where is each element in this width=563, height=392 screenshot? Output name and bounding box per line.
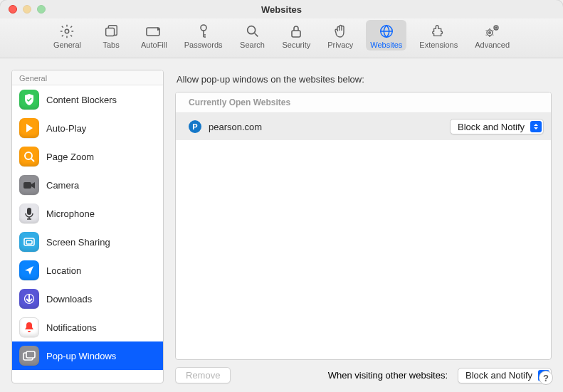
svg-rect-13 [27,208,31,215]
sidebar-item-label: Page Zoom [46,152,94,162]
sidebar-item-screen-sharing[interactable]: Screen Sharing [12,228,163,256]
site-favicon: P [189,120,201,133]
sidebar-item-label: Downloads [46,294,92,304]
sidebar-item-label: Auto-Play [46,123,86,134]
bottom-bar: Remove When visiting other websites: Blo… [175,360,552,383]
titlebar: Websites [0,0,563,18]
puzzle-icon [431,23,446,40]
toolbar-label: Tabs [102,41,119,49]
search-icon [245,23,261,40]
svg-point-4 [247,26,255,34]
bell-icon [19,317,39,337]
toolbar-label: General [53,41,81,49]
svg-point-0 [65,29,70,33]
toolbar-label: AutoFill [141,41,167,49]
sidebar-item-page-zoom[interactable]: Page Zoom [12,142,163,171]
site-domain: pearson.com [209,122,443,132]
svg-point-3 [201,25,206,31]
help-button[interactable]: ? [539,371,553,385]
select-value: Block and Notify [458,122,525,132]
globe-icon [379,23,394,40]
sidebar-item-label: Content Blockers [46,95,117,105]
sidebar-item-label: Location [46,265,81,276]
toolbar-security[interactable]: Security [278,20,315,51]
sidebar-item-label: Notifications [46,322,97,333]
toolbar-general[interactable]: General [49,20,85,51]
sidebar-item-auto-play[interactable]: Auto-Play [12,114,163,142]
sidebar-item-microphone[interactable]: Microphone [12,199,163,228]
website-row[interactable]: P pearson.com Block and Notify [176,113,551,140]
toolbar-autofill[interactable]: AutoFill [137,20,172,51]
shield-check-icon [19,90,39,110]
svg-rect-12 [23,182,31,189]
preferences-window: Websites General Tabs AutoFill Passwords [0,0,563,392]
popup-icon [19,346,39,366]
toolbar-label: Passwords [184,41,223,49]
svg-point-9 [494,26,498,30]
websites-list: Currently Open Websites P pearson.com Bl… [175,92,552,360]
download-icon [19,289,39,309]
svg-rect-15 [26,240,32,244]
lock-icon [289,23,303,40]
list-section-header: Currently Open Websites [176,92,551,113]
toolbar-label: Extensions [419,41,458,49]
toolbar-privacy[interactable]: Privacy [323,20,357,51]
toolbar: General Tabs AutoFill Passwords Search [0,18,563,58]
mic-icon [19,203,39,223]
location-icon [19,260,39,280]
svg-point-8 [488,32,490,34]
tabs-icon [103,23,119,40]
sidebar-item-camera[interactable]: Camera [12,171,163,199]
sidebar-item-label: Microphone [46,208,95,219]
svg-point-7 [487,30,493,36]
toolbar-advanced[interactable]: Advanced [470,20,514,51]
sidebar-item-downloads[interactable]: Downloads [12,285,163,313]
toolbar-label: Advanced [475,41,510,49]
camera-icon [19,175,39,195]
chevron-updown-icon [530,121,542,132]
gear-icon [59,23,75,40]
toolbar-passwords[interactable]: Passwords [180,20,227,51]
sidebar-item-label: Screen Sharing [46,237,110,248]
window-title: Websites [0,4,563,15]
sidebar-item-location[interactable]: Location [12,256,163,285]
svg-rect-5 [292,31,300,37]
hand-icon [333,23,347,40]
sidebar-item-label: Pop-up Windows [46,351,116,361]
key-icon [196,23,211,40]
toolbar-label: Privacy [327,41,353,49]
sidebar-item-content-blockers[interactable]: Content Blockers [12,85,163,114]
sidebar-item-notifications[interactable]: Notifications [12,313,163,341]
remove-button[interactable]: Remove [175,367,231,383]
toolbar-websites[interactable]: Websites [366,20,406,51]
toolbar-extensions[interactable]: Extensions [415,20,462,51]
row-permission-select[interactable]: Block and Notify [450,119,544,134]
gears-icon [484,23,501,40]
toolbar-label: Security [283,41,311,49]
toolbar-search[interactable]: Search [236,20,270,51]
select-value: Block and Notify [465,370,532,381]
screen-icon [19,232,39,252]
toolbar-tabs[interactable]: Tabs [94,20,128,51]
svg-point-11 [25,152,32,159]
content-area: General Content Blockers Auto-Play Page … [0,58,563,392]
default-permission-select[interactable]: Block and Notify [458,368,552,383]
play-icon [19,118,39,138]
sidebar-section-header: General [12,70,163,85]
toolbar-label: Websites [370,41,402,49]
autofill-icon [145,23,162,40]
svg-rect-1 [106,28,115,36]
svg-point-10 [495,27,497,28]
main-panel: Allow pop-up windows on the websites bel… [175,70,552,383]
svg-rect-18 [26,351,35,358]
zoom-icon [19,147,39,166]
sidebar-item-label: Camera [46,180,79,191]
toolbar-label: Search [240,41,265,49]
other-websites-label: When visiting other websites: [328,370,448,381]
sidebar-item-popup-windows[interactable]: Pop-up Windows [12,341,163,370]
sidebar: General Content Blockers Auto-Play Page … [11,70,164,383]
main-heading: Allow pop-up windows on the websites bel… [177,74,552,85]
